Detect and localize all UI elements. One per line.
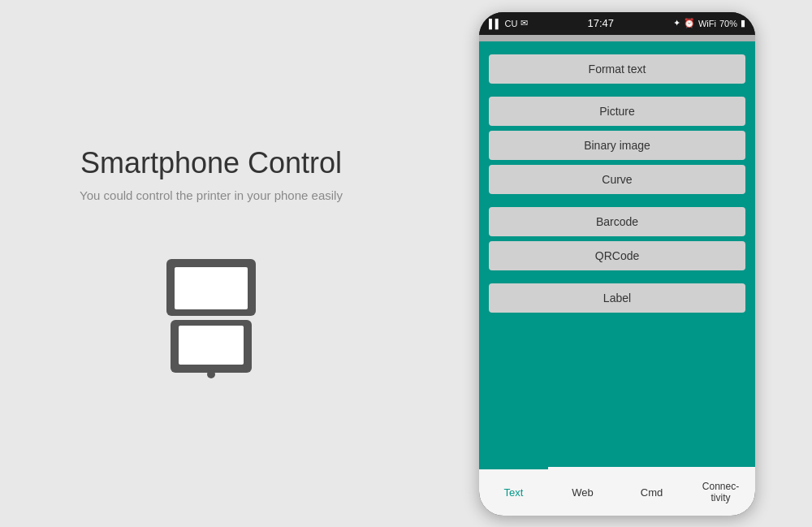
menu-group-3: Barcode QRCode	[489, 207, 745, 270]
nav-web[interactable]: Web	[548, 467, 617, 516]
battery-text: 70%	[719, 19, 737, 28]
message-icon: ✉	[520, 18, 528, 28]
menu-group-2: Picture Binary image Curve	[489, 97, 745, 194]
status-right: ✦ ⏰ WiFi 70% ▮	[673, 18, 745, 28]
phone-frame: ▌▌ CU ✉ 17:47 ✦ ⏰ WiFi 70% ▮ Format text	[479, 12, 755, 516]
binary-image-button[interactable]: Binary image	[489, 131, 745, 160]
battery-icon: ▮	[741, 18, 745, 28]
svg-rect-1	[175, 267, 248, 309]
label-button[interactable]: Label	[489, 283, 745, 313]
barcode-button[interactable]: Barcode	[489, 207, 745, 236]
status-time: 17:47	[587, 17, 614, 29]
carrier-text: CU	[505, 19, 518, 28]
status-bar: ▌▌ CU ✉ 17:47 ✦ ⏰ WiFi 70% ▮	[479, 12, 755, 35]
curve-button[interactable]: Curve	[489, 165, 745, 194]
scroll-indicator	[479, 35, 755, 41]
format-text-button[interactable]: Format text	[489, 54, 745, 84]
picture-button[interactable]: Picture	[489, 97, 745, 126]
menu-group-4: Label	[489, 283, 745, 313]
left-panel: Smartphone Control You could control the…	[0, 0, 422, 527]
bluetooth-icon: ✦	[673, 18, 680, 28]
right-panel: ▌▌ CU ✉ 17:47 ✦ ⏰ WiFi 70% ▮ Format text	[422, 0, 812, 527]
svg-text:APP: APP	[188, 335, 235, 360]
app-title: Smartphone Control	[80, 146, 342, 180]
menu-group-1: Format text	[489, 54, 745, 84]
app-subtitle: You could control the printer in your ph…	[80, 188, 343, 202]
nav-cmd[interactable]: Cmd	[617, 467, 686, 516]
nav-connectivity[interactable]: Connec-tivity	[686, 467, 755, 516]
bottom-nav: Text Web Cmd Connec-tivity	[479, 467, 755, 516]
status-left: ▌▌ CU ✉	[489, 18, 528, 28]
alarm-icon: ⏰	[684, 18, 695, 28]
svg-point-4	[207, 370, 215, 378]
qrcode-button[interactable]: QRCode	[489, 241, 745, 270]
nav-text[interactable]: Text	[479, 467, 548, 516]
app-icon: APP	[146, 235, 276, 381]
signal-icon: ▌▌	[489, 19, 502, 28]
phone-content: Format text Picture Binary image Curve B…	[479, 41, 755, 467]
wifi-icon: WiFi	[698, 19, 716, 28]
